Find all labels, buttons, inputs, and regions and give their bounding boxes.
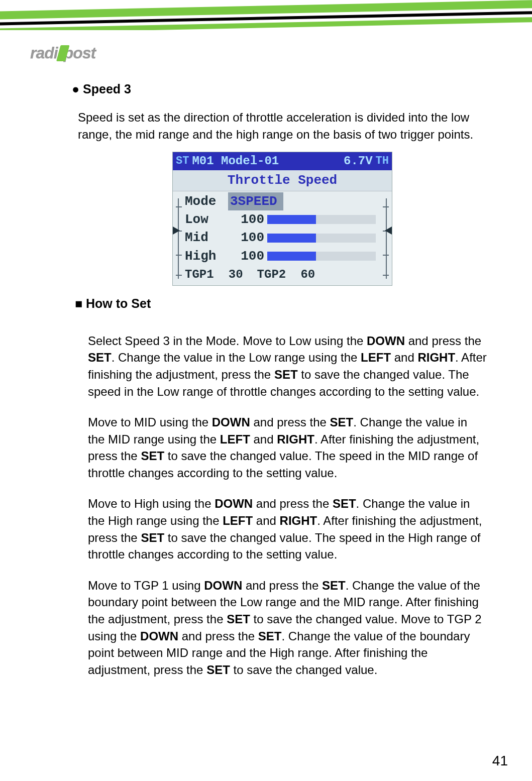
section-heading-howto: How to Set <box>75 295 487 312</box>
instruction-para-1: Select Speed 3 in the Mode. Move to Low … <box>78 332 487 400</box>
lcd-th-label: TH <box>376 154 389 169</box>
lcd-high-bar <box>267 252 376 261</box>
lcd-high-label: High <box>184 247 228 265</box>
lcd-title: Throttle Speed <box>173 170 392 191</box>
section-heading-speed3: Speed 3 <box>72 80 487 98</box>
page-content: Speed 3 Speed is set as the direction of… <box>0 65 532 678</box>
page-number: 41 <box>492 753 508 769</box>
lcd-right-scale <box>381 198 392 279</box>
lcd-voltage: 6.7V <box>344 153 376 170</box>
lcd-st-label: ST <box>176 154 189 169</box>
lcd-tgp1-value: 30 <box>218 266 243 283</box>
lcd-mode-value: 3SPEED <box>228 192 283 210</box>
lcd-low-value: 100 <box>228 210 267 229</box>
lcd-tgp2-value: 60 <box>290 266 315 283</box>
lcd-left-scale <box>173 198 184 279</box>
intro-paragraph: Speed is set as the direction of throttl… <box>78 109 487 143</box>
instruction-para-3: Move to High using the DOWN and press th… <box>78 495 487 563</box>
instruction-para-4: Move to TGP 1 using DOWN and press the S… <box>78 577 487 679</box>
lcd-body: Mode 3SPEED Low 100 Mid 100 High 100 TGP… <box>173 191 392 285</box>
lcd-row-tgp: TGP1 30 TGP2 60 <box>184 265 381 285</box>
arrow-left-icon <box>385 227 392 235</box>
arrow-right-icon <box>173 227 180 235</box>
lcd-mid-bar <box>267 234 376 243</box>
lcd-tgp1-label: TGP1 <box>185 266 214 283</box>
lcd-header: ST M01 Model-01 6.7V TH <box>173 152 392 170</box>
lcd-mode-label: Mode <box>184 192 228 210</box>
brand-logo: radipost <box>30 40 532 65</box>
lcd-mid-label: Mid <box>184 229 228 247</box>
lcd-screenshot: ST M01 Model-01 6.7V TH Throttle Speed M… <box>172 152 392 286</box>
instructions: Select Speed 3 in the Mode. Move to Low … <box>78 332 487 679</box>
lcd-model: M01 Model-01 <box>189 153 344 170</box>
lcd-low-bar <box>267 215 376 224</box>
lcd-low-label: Low <box>184 210 228 229</box>
header-stripes <box>0 0 532 30</box>
lcd-high-value: 100 <box>228 247 267 265</box>
instruction-para-2: Move to MID using the DOWN and press the… <box>78 414 487 481</box>
lcd-mid-value: 100 <box>228 229 267 247</box>
lcd-tgp2-label: TGP2 <box>257 266 286 283</box>
